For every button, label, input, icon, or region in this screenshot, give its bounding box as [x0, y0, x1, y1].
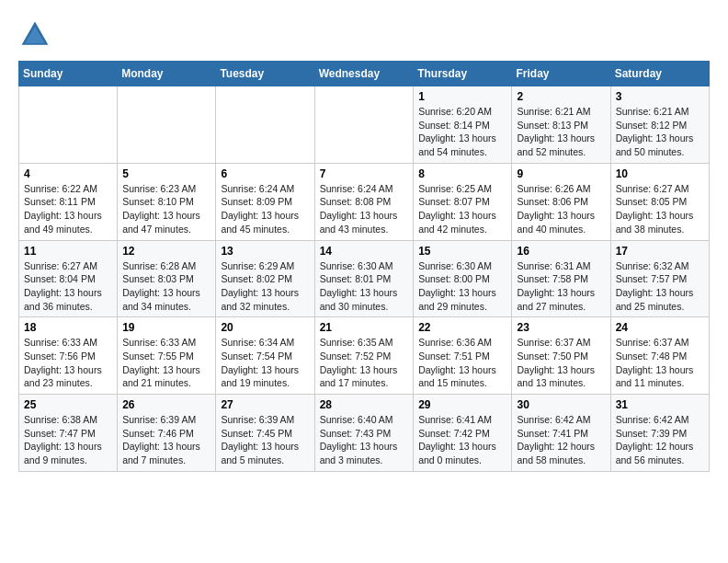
- day-info: Sunrise: 6:20 AM Sunset: 8:14 PM Dayligh…: [418, 105, 506, 159]
- day-info: Sunrise: 6:30 AM Sunset: 8:01 PM Dayligh…: [320, 259, 409, 314]
- weekday-header-thursday: Thursday: [414, 62, 512, 86]
- calendar-cell: 13Sunrise: 6:29 AM Sunset: 8:02 PM Dayli…: [216, 240, 314, 317]
- calendar-cell: 30Sunrise: 6:42 AM Sunset: 7:41 PM Dayli…: [512, 395, 610, 472]
- day-info: Sunrise: 6:38 AM Sunset: 7:47 PM Dayligh…: [24, 413, 112, 467]
- calendar-table: SundayMondayTuesdayWednesdayThursdayFrid…: [18, 61, 710, 472]
- week-row-4: 18Sunrise: 6:33 AM Sunset: 7:56 PM Dayli…: [19, 317, 710, 395]
- calendar-cell: 29Sunrise: 6:41 AM Sunset: 7:42 PM Dayli…: [414, 395, 512, 472]
- day-info: Sunrise: 6:36 AM Sunset: 7:51 PM Dayligh…: [418, 336, 506, 390]
- day-number: 6: [221, 167, 309, 180]
- day-number: 14: [320, 245, 409, 258]
- day-number: 18: [24, 321, 112, 334]
- day-info: Sunrise: 6:22 AM Sunset: 8:11 PM Dayligh…: [24, 182, 112, 236]
- day-info: Sunrise: 6:26 AM Sunset: 8:06 PM Dayligh…: [517, 182, 605, 236]
- day-number: 26: [122, 398, 210, 411]
- calendar-cell: 23Sunrise: 6:37 AM Sunset: 7:50 PM Dayli…: [512, 317, 610, 395]
- day-number: 13: [221, 245, 309, 258]
- day-info: Sunrise: 6:24 AM Sunset: 8:09 PM Dayligh…: [221, 182, 309, 236]
- calendar-cell: 22Sunrise: 6:36 AM Sunset: 7:51 PM Dayli…: [414, 317, 512, 395]
- calendar-cell: 14Sunrise: 6:30 AM Sunset: 8:01 PM Dayli…: [314, 240, 414, 317]
- calendar-cell: 27Sunrise: 6:39 AM Sunset: 7:45 PM Dayli…: [216, 395, 314, 472]
- day-info: Sunrise: 6:42 AM Sunset: 7:39 PM Dayligh…: [616, 413, 704, 467]
- calendar-cell: 21Sunrise: 6:35 AM Sunset: 7:52 PM Dayli…: [314, 317, 414, 395]
- logo: [18, 18, 55, 52]
- calendar-cell: [118, 86, 216, 164]
- calendar-cell: 26Sunrise: 6:39 AM Sunset: 7:46 PM Dayli…: [118, 395, 216, 472]
- day-number: 4: [24, 167, 112, 180]
- day-info: Sunrise: 6:27 AM Sunset: 8:04 PM Dayligh…: [24, 259, 112, 314]
- day-info: Sunrise: 6:34 AM Sunset: 7:54 PM Dayligh…: [221, 336, 309, 390]
- day-number: 9: [517, 167, 605, 180]
- page-header: [18, 18, 710, 52]
- day-info: Sunrise: 6:40 AM Sunset: 7:43 PM Dayligh…: [320, 413, 409, 467]
- calendar-cell: 6Sunrise: 6:24 AM Sunset: 8:09 PM Daylig…: [216, 163, 314, 240]
- day-number: 27: [221, 398, 309, 411]
- week-row-1: 1Sunrise: 6:20 AM Sunset: 8:14 PM Daylig…: [19, 86, 710, 164]
- calendar-cell: 31Sunrise: 6:42 AM Sunset: 7:39 PM Dayli…: [610, 395, 709, 472]
- week-row-3: 11Sunrise: 6:27 AM Sunset: 8:04 PM Dayli…: [19, 240, 710, 317]
- day-number: 3: [616, 90, 704, 103]
- calendar-cell: 24Sunrise: 6:37 AM Sunset: 7:48 PM Dayli…: [610, 317, 709, 395]
- day-info: Sunrise: 6:33 AM Sunset: 7:56 PM Dayligh…: [24, 336, 112, 390]
- weekday-header-row: SundayMondayTuesdayWednesdayThursdayFrid…: [19, 62, 710, 86]
- week-row-2: 4Sunrise: 6:22 AM Sunset: 8:11 PM Daylig…: [19, 163, 710, 240]
- day-info: Sunrise: 6:35 AM Sunset: 7:52 PM Dayligh…: [320, 336, 409, 390]
- calendar-cell: 1Sunrise: 6:20 AM Sunset: 8:14 PM Daylig…: [414, 86, 512, 164]
- day-info: Sunrise: 6:21 AM Sunset: 8:13 PM Dayligh…: [517, 105, 605, 159]
- calendar-cell: 5Sunrise: 6:23 AM Sunset: 8:10 PM Daylig…: [118, 163, 216, 240]
- calendar-cell: 4Sunrise: 6:22 AM Sunset: 8:11 PM Daylig…: [19, 163, 118, 240]
- day-number: 10: [616, 167, 704, 180]
- calendar-cell: 28Sunrise: 6:40 AM Sunset: 7:43 PM Dayli…: [314, 395, 414, 472]
- day-number: 31: [616, 398, 704, 411]
- day-number: 24: [616, 321, 704, 334]
- day-number: 25: [24, 398, 112, 411]
- calendar-cell: 9Sunrise: 6:26 AM Sunset: 8:06 PM Daylig…: [512, 163, 610, 240]
- day-number: 23: [517, 321, 605, 334]
- weekday-header-tuesday: Tuesday: [216, 62, 314, 86]
- calendar-cell: [216, 86, 314, 164]
- calendar-cell: 20Sunrise: 6:34 AM Sunset: 7:54 PM Dayli…: [216, 317, 314, 395]
- day-number: 15: [418, 245, 506, 258]
- weekday-header-sunday: Sunday: [19, 62, 118, 86]
- calendar-cell: 2Sunrise: 6:21 AM Sunset: 8:13 PM Daylig…: [512, 86, 610, 164]
- calendar-cell: 16Sunrise: 6:31 AM Sunset: 7:58 PM Dayli…: [512, 240, 610, 317]
- day-info: Sunrise: 6:32 AM Sunset: 7:57 PM Dayligh…: [616, 259, 704, 314]
- day-info: Sunrise: 6:39 AM Sunset: 7:45 PM Dayligh…: [221, 413, 309, 467]
- calendar-cell: 10Sunrise: 6:27 AM Sunset: 8:05 PM Dayli…: [610, 163, 709, 240]
- day-number: 8: [418, 167, 506, 180]
- day-number: 2: [517, 90, 605, 103]
- day-number: 7: [320, 167, 409, 180]
- calendar-cell: 12Sunrise: 6:28 AM Sunset: 8:03 PM Dayli…: [118, 240, 216, 317]
- calendar-cell: 11Sunrise: 6:27 AM Sunset: 8:04 PM Dayli…: [19, 240, 118, 317]
- day-number: 30: [517, 398, 605, 411]
- day-info: Sunrise: 6:41 AM Sunset: 7:42 PM Dayligh…: [418, 413, 506, 467]
- day-number: 11: [24, 245, 112, 258]
- weekday-header-wednesday: Wednesday: [314, 62, 414, 86]
- calendar-cell: 3Sunrise: 6:21 AM Sunset: 8:12 PM Daylig…: [610, 86, 709, 164]
- day-number: 16: [517, 245, 605, 258]
- day-info: Sunrise: 6:39 AM Sunset: 7:46 PM Dayligh…: [122, 413, 210, 467]
- day-number: 21: [320, 321, 409, 334]
- day-info: Sunrise: 6:25 AM Sunset: 8:07 PM Dayligh…: [418, 182, 506, 236]
- calendar-cell: [19, 86, 118, 164]
- day-info: Sunrise: 6:42 AM Sunset: 7:41 PM Dayligh…: [517, 413, 605, 467]
- calendar-cell: 17Sunrise: 6:32 AM Sunset: 7:57 PM Dayli…: [610, 240, 709, 317]
- day-number: 29: [418, 398, 506, 411]
- calendar-cell: 8Sunrise: 6:25 AM Sunset: 8:07 PM Daylig…: [414, 163, 512, 240]
- day-number: 5: [122, 167, 210, 180]
- calendar-cell: 25Sunrise: 6:38 AM Sunset: 7:47 PM Dayli…: [19, 395, 118, 472]
- day-info: Sunrise: 6:24 AM Sunset: 8:08 PM Dayligh…: [320, 182, 409, 236]
- calendar-cell: 15Sunrise: 6:30 AM Sunset: 8:00 PM Dayli…: [414, 240, 512, 317]
- day-info: Sunrise: 6:33 AM Sunset: 7:55 PM Dayligh…: [122, 336, 210, 390]
- weekday-header-monday: Monday: [118, 62, 216, 86]
- day-number: 20: [221, 321, 309, 334]
- week-row-5: 25Sunrise: 6:38 AM Sunset: 7:47 PM Dayli…: [19, 395, 710, 472]
- calendar-cell: [314, 86, 414, 164]
- day-number: 17: [616, 245, 704, 258]
- day-info: Sunrise: 6:31 AM Sunset: 7:58 PM Dayligh…: [517, 259, 605, 314]
- day-info: Sunrise: 6:37 AM Sunset: 7:48 PM Dayligh…: [616, 336, 704, 390]
- day-info: Sunrise: 6:37 AM Sunset: 7:50 PM Dayligh…: [517, 336, 605, 390]
- day-number: 1: [418, 90, 506, 103]
- day-info: Sunrise: 6:27 AM Sunset: 8:05 PM Dayligh…: [616, 182, 704, 236]
- calendar-cell: 19Sunrise: 6:33 AM Sunset: 7:55 PM Dayli…: [118, 317, 216, 395]
